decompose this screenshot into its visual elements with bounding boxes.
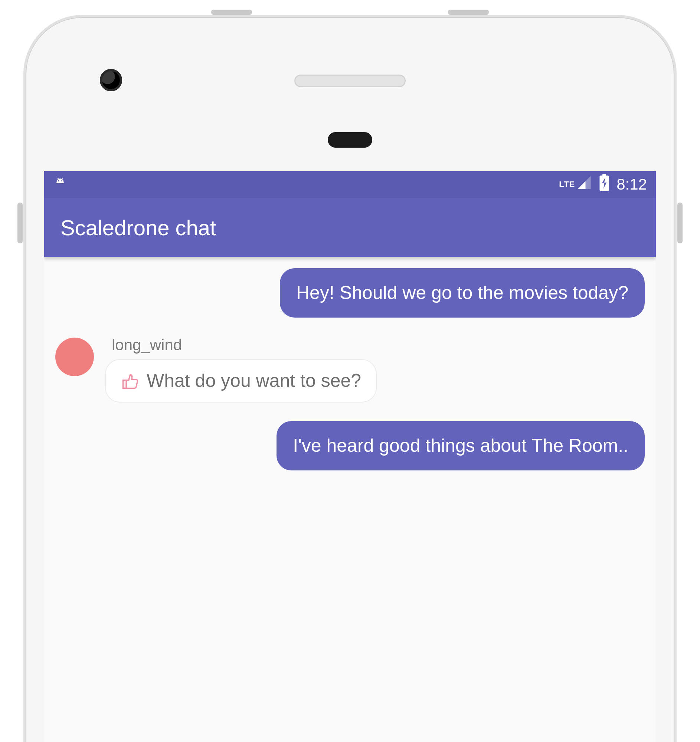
svg-rect-0	[57, 182, 64, 183]
message-bubble-mine[interactable]: I've heard good things about The Room..	[277, 421, 645, 470]
message-row: Hey! Should we go to the movies today?	[55, 268, 645, 318]
message-text: What do you want to see?	[147, 369, 361, 393]
phone-side-button-right	[677, 203, 682, 243]
status-time: 8:12	[616, 175, 647, 193]
message-bubble-theirs[interactable]: What do you want to see?	[105, 359, 377, 402]
message-row: I've heard good things about The Room..	[55, 421, 645, 470]
message-row: long_wind What do you want to see?	[55, 336, 645, 402]
phone-sensor	[328, 132, 372, 148]
signal-icon	[576, 175, 592, 194]
message-bubble-mine[interactable]: Hey! Should we go to the movies today?	[280, 268, 645, 318]
svg-point-4	[61, 180, 62, 181]
message-text: I've heard good things about The Room..	[293, 435, 628, 456]
phone-speaker	[294, 75, 406, 87]
status-bar: LTE 8:12	[44, 171, 656, 198]
svg-rect-6	[603, 174, 606, 176]
android-debug-icon	[53, 177, 67, 191]
sender-name: long_wind	[105, 336, 377, 354]
phone-side-button-left	[18, 203, 23, 243]
phone-camera	[100, 69, 122, 91]
battery-charging-icon	[599, 174, 610, 195]
thumbs-up-icon	[121, 371, 140, 391]
avatar[interactable]	[55, 338, 94, 376]
svg-point-3	[58, 180, 59, 181]
app-screen: LTE 8:12 Scaledrone chat	[44, 171, 656, 742]
app-title: Scaledrone chat	[60, 215, 216, 240]
network-label: LTE	[559, 180, 575, 189]
phone-frame: LTE 8:12 Scaledrone chat	[24, 15, 676, 742]
phone-top-notch-right	[448, 10, 489, 15]
chat-list[interactable]: Hey! Should we go to the movies today? l…	[44, 257, 656, 742]
message-text: Hey! Should we go to the movies today?	[296, 282, 628, 303]
app-bar: Scaledrone chat	[44, 198, 656, 257]
phone-top-notch-left	[211, 10, 252, 15]
